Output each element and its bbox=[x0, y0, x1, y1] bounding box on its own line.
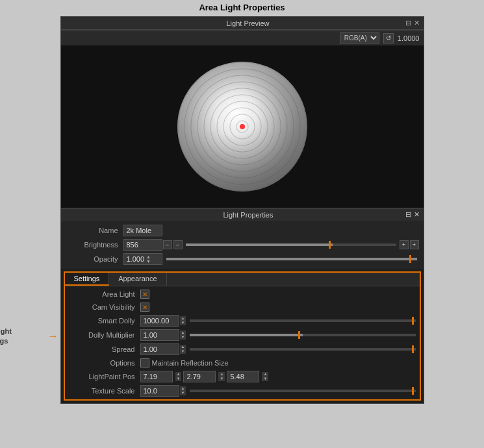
lightpaint-y-input[interactable]: 2.79 bbox=[183, 371, 216, 382]
options-row: Options Maintain Reflection Size bbox=[65, 356, 420, 369]
smart-dolly-spinner: ▲ ▼ bbox=[180, 316, 186, 325]
lightpaint-x-up[interactable]: ▲ bbox=[175, 372, 182, 377]
brightness-minus2-button[interactable]: − bbox=[173, 240, 183, 249]
texture-scale-up[interactable]: ▲ bbox=[180, 386, 186, 391]
opacity-up-arrow[interactable]: ▲ bbox=[146, 255, 151, 259]
dolly-multiplier-row: Dolly Multiplier 1.00 ▲ ▼ bbox=[65, 328, 420, 342]
lightpaint-z-up[interactable]: ▲ bbox=[262, 372, 268, 377]
settings-outer-border: Settings Appearance Area Light ✕ Cam Vis… bbox=[64, 271, 421, 401]
spread-up[interactable]: ▲ bbox=[180, 345, 186, 349]
lightpaint-pos-inputs: 7.19 ▲ ▼ 2.79 ▲ ▼ bbox=[140, 371, 269, 382]
main-panel: Light Preview ⊟ ✕ RGB(A) ↺ 1.0000 Light … bbox=[60, 16, 424, 404]
spread-label: Spread bbox=[69, 345, 140, 353]
smart-dolly-slider[interactable] bbox=[190, 319, 415, 322]
spread-spinner: ▲ ▼ bbox=[180, 345, 186, 354]
dolly-multiplier-down[interactable]: ▼ bbox=[180, 335, 186, 340]
spread-row: Spread 1.00 ▲ ▼ bbox=[65, 342, 420, 356]
options-controls: Maintain Reflection Size bbox=[140, 358, 229, 367]
opacity-label: Opacity bbox=[65, 255, 123, 263]
area-light-row: Area Light ✕ bbox=[65, 288, 420, 301]
name-row: Name 2k Mole bbox=[61, 223, 424, 238]
brightness-input[interactable]: 856 bbox=[123, 239, 162, 251]
spread-slider[interactable] bbox=[190, 348, 415, 351]
brightness-slider[interactable] bbox=[186, 243, 396, 246]
settings-section: Settings Appearance Area Light ✕ Cam Vis… bbox=[61, 271, 424, 401]
dolly-multiplier-input[interactable]: 1.00 bbox=[140, 329, 179, 341]
lightpaint-z-down[interactable]: ▼ bbox=[262, 377, 268, 381]
preview-header: Light Preview ⊟ ✕ bbox=[61, 17, 424, 30]
cam-visibility-label: Cam Visibility bbox=[69, 303, 140, 311]
lightpaint-x-input[interactable]: 7.19 bbox=[140, 371, 173, 382]
lightpaint-z-input[interactable]: 5.48 bbox=[227, 371, 259, 382]
maintain-reflection-label: Maintain Reflection Size bbox=[152, 359, 229, 367]
preview-toolbar: RGB(A) ↺ 1.0000 bbox=[61, 30, 424, 45]
cam-visibility-row: Cam Visibility ✕ bbox=[65, 301, 420, 314]
restore-props-icon[interactable]: ⊟ bbox=[405, 210, 411, 218]
settings-body: Area Light ✕ Cam Visibility ✕ Smart Doll… bbox=[65, 286, 420, 399]
lightpaint-y-down[interactable]: ▼ bbox=[218, 377, 225, 381]
brightness-plus2-button[interactable]: + bbox=[410, 240, 419, 249]
properties-header: Light Properties ⊟ ✕ bbox=[61, 208, 424, 221]
refresh-button[interactable]: ↺ bbox=[383, 33, 394, 44]
dolly-multiplier-label: Dolly Multiplier bbox=[69, 331, 140, 339]
tab-appearance[interactable]: Appearance bbox=[109, 273, 166, 286]
opacity-input[interactable]: 1.000 ▲ ▼ bbox=[123, 253, 162, 265]
options-label: Options bbox=[69, 359, 140, 367]
opacity-down-arrow[interactable]: ▼ bbox=[146, 259, 151, 264]
close-preview-icon[interactable]: ✕ bbox=[414, 19, 420, 27]
properties-body: Name 2k Mole Brightness 856 − − + + Opac… bbox=[61, 221, 424, 269]
spread-input[interactable]: 1.00 bbox=[140, 343, 179, 355]
dolly-multiplier-up[interactable]: ▲ bbox=[180, 330, 186, 335]
texture-scale-spinner: ▲ ▼ bbox=[180, 386, 186, 395]
page-title: Area Light Properties bbox=[199, 3, 285, 12]
cam-visibility-checkbox[interactable]: ✕ bbox=[140, 303, 149, 312]
close-props-icon[interactable]: ✕ bbox=[414, 210, 420, 218]
smart-dolly-up[interactable]: ▲ bbox=[180, 316, 186, 321]
brightness-row: Brightness 856 − − + + bbox=[61, 238, 424, 252]
restore-preview-icon[interactable]: ⊟ bbox=[405, 19, 411, 27]
opacity-row: Opacity 1.000 ▲ ▼ bbox=[61, 252, 424, 266]
texture-scale-row: Texture Scale 10.0 ▲ ▼ bbox=[65, 384, 420, 398]
light-sphere bbox=[177, 62, 307, 192]
texture-scale-down[interactable]: ▼ bbox=[180, 391, 186, 395]
settings-tabs: Settings Appearance bbox=[65, 273, 420, 286]
settings-arrow-icon: → bbox=[48, 330, 58, 342]
name-label: Name bbox=[65, 227, 123, 234]
spread-down[interactable]: ▼ bbox=[180, 349, 186, 354]
texture-scale-input[interactable]: 10.0 bbox=[140, 385, 179, 397]
smart-dolly-row: Smart Dolly 1000.00 ▲ ▼ bbox=[65, 314, 420, 328]
properties-title: Light Properties bbox=[91, 211, 406, 219]
preview-title: Light Preview bbox=[91, 19, 405, 27]
area-light-settings-label: Area LightSettings bbox=[0, 326, 12, 346]
sphere-center-dot bbox=[240, 124, 245, 129]
opacity-slider[interactable] bbox=[166, 258, 417, 260]
smart-dolly-input[interactable]: 1000.00 bbox=[140, 315, 179, 327]
rgb-select[interactable]: RGB(A) bbox=[340, 32, 379, 44]
smart-dolly-label: Smart Dolly bbox=[69, 317, 140, 325]
brightness-minus-button[interactable]: − bbox=[163, 240, 172, 249]
smart-dolly-down[interactable]: ▼ bbox=[180, 321, 186, 325]
area-light-label: Area Light bbox=[69, 290, 140, 298]
lightpaint-x-down[interactable]: ▼ bbox=[175, 377, 182, 381]
name-input[interactable]: 2k Mole bbox=[123, 225, 162, 236]
texture-scale-label: Texture Scale bbox=[69, 387, 140, 395]
dolly-multiplier-spinner: ▲ ▼ bbox=[180, 330, 186, 340]
lightpaint-y-up[interactable]: ▲ bbox=[218, 372, 225, 377]
area-light-checkbox[interactable]: ✕ bbox=[140, 290, 149, 299]
dolly-multiplier-slider[interactable] bbox=[190, 334, 415, 336]
texture-scale-slider[interactable] bbox=[190, 390, 415, 392]
tab-settings[interactable]: Settings bbox=[65, 273, 110, 286]
brightness-plus-button[interactable]: + bbox=[400, 240, 409, 249]
maintain-reflection-checkbox[interactable] bbox=[140, 358, 149, 367]
preview-area bbox=[61, 45, 424, 208]
lightpaint-pos-row: LightPaint Pos 7.19 ▲ ▼ 2.79 bbox=[65, 369, 420, 384]
preview-value: 1.0000 bbox=[398, 34, 420, 42]
lightpaint-pos-label: LightPaint Pos bbox=[69, 373, 140, 380]
brightness-label: Brightness bbox=[65, 241, 123, 249]
light-sphere-container bbox=[168, 55, 317, 198]
